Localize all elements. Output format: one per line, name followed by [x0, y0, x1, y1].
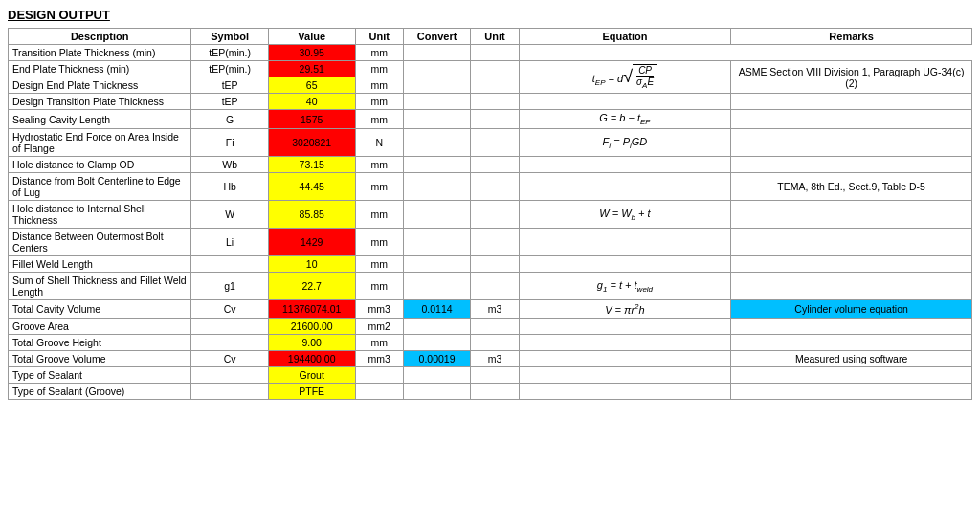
cell-unit2: m3: [471, 300, 519, 319]
cell-description: Groove Area: [9, 318, 191, 334]
cell-unit1: mm: [355, 94, 403, 110]
cell-value: 65: [268, 77, 355, 94]
cell-convert: [403, 366, 470, 383]
cell-unit2: [471, 129, 519, 157]
cell-equation: [519, 229, 731, 256]
cell-equation: [519, 173, 731, 201]
cell-unit1: mm: [355, 334, 403, 350]
header-symbol: Symbol: [191, 29, 269, 45]
cell-convert: [403, 256, 470, 273]
cell-symbol: Wb: [191, 157, 269, 173]
cell-unit1: N: [355, 129, 403, 157]
cell-equation: [519, 256, 731, 273]
cell-symbol: Fi: [191, 129, 269, 157]
cell-symbol: [191, 318, 269, 334]
cell-value: 194400.00: [268, 350, 355, 366]
cell-unit1: mm: [355, 77, 403, 94]
cell-remarks: Measured using software: [731, 350, 972, 366]
cell-description: Distance from Bolt Centerline to Edge of…: [9, 173, 191, 201]
cell-unit1: mm: [355, 173, 403, 201]
cell-symbol: Cv: [191, 300, 269, 319]
cell-unit2: [471, 201, 519, 229]
cell-remarks: [731, 94, 972, 110]
cell-convert: [403, 94, 470, 110]
header-convert: Convert: [403, 29, 470, 45]
cell-description: Hole distance to Internal Shell Thicknes…: [9, 201, 191, 229]
cell-symbol: G: [191, 110, 269, 129]
cell-value: 11376074.01: [268, 300, 355, 319]
cell-unit1: mm: [355, 201, 403, 229]
cell-value: 22.7: [268, 273, 355, 300]
cell-symbol: W: [191, 201, 269, 229]
cell-unit2: [471, 157, 519, 173]
cell-unit2: [471, 77, 519, 94]
cell-symbol: g1: [191, 273, 269, 300]
cell-remarks: [731, 273, 972, 300]
cell-equation: [519, 94, 731, 110]
cell-description: Fillet Weld Length: [9, 256, 191, 273]
cell-remarks: [731, 366, 972, 383]
cell-equation: [519, 334, 731, 350]
cell-value: 40: [268, 94, 355, 110]
cell-value: 1429: [268, 229, 355, 256]
cell-equation: V = πr2h: [519, 300, 731, 319]
cell-remarks: [731, 229, 972, 256]
cell-convert: [403, 229, 470, 256]
cell-remarks: Cylinder volume equation: [731, 300, 972, 319]
header-unit1: Unit: [355, 29, 403, 45]
cell-symbol: Li: [191, 229, 269, 256]
cell-unit2: [471, 366, 519, 383]
cell-value: 9.00: [268, 334, 355, 350]
cell-convert: [403, 201, 470, 229]
cell-symbol: Hb: [191, 173, 269, 201]
cell-remarks: [731, 110, 972, 129]
cell-unit2: [471, 229, 519, 256]
design-output-table: Description Symbol Value Unit Convert Un…: [8, 28, 972, 400]
cell-description: Hole distance to Clamp OD: [9, 157, 191, 173]
page-title: DESIGN OUTPUT: [8, 8, 972, 22]
cell-value: 30.95: [268, 45, 355, 61]
cell-unit1: mm: [355, 61, 403, 77]
cell-convert: [403, 110, 470, 129]
cell-equation: g1 = t + tweld: [519, 273, 731, 300]
cell-unit2: [471, 256, 519, 273]
cell-description: Sum of Shell Thickness and Fillet Weld L…: [9, 273, 191, 300]
cell-remarks: ASME Section VIII Division 1, Paragraph …: [731, 61, 972, 94]
cell-symbol: tEP: [191, 94, 269, 110]
cell-description: Distance Between Outermost Bolt Centers: [9, 229, 191, 256]
cell-unit2: [471, 61, 519, 77]
cell-unit1: mm3: [355, 350, 403, 366]
cell-equation: W = Wb + t: [519, 201, 731, 229]
cell-description: Sealing Cavity Length: [9, 110, 191, 129]
cell-description: Total Groove Height: [9, 334, 191, 350]
cell-convert: [403, 129, 470, 157]
cell-description: Design End Plate Thickness: [9, 77, 191, 94]
cell-remarks: [731, 129, 972, 157]
cell-convert: [403, 318, 470, 334]
cell-unit1: mm: [355, 229, 403, 256]
cell-unit1: [355, 366, 403, 383]
cell-remarks: [731, 318, 972, 334]
cell-symbol: tEP(min.): [191, 45, 269, 61]
cell-unit1: mm: [355, 110, 403, 129]
cell-description: Hydrostatic End Force on Area Inside of …: [9, 129, 191, 157]
cell-convert: [403, 173, 470, 201]
header-remarks: Remarks: [731, 29, 972, 45]
header-description: Description: [9, 29, 191, 45]
cell-convert: [403, 273, 470, 300]
cell-equation: [519, 366, 731, 383]
cell-value: 29.51: [268, 61, 355, 77]
cell-unit1: mm: [355, 273, 403, 300]
cell-unit2: [471, 173, 519, 201]
cell-unit1: mm: [355, 157, 403, 173]
cell-remarks: [731, 157, 972, 173]
cell-equation: [519, 383, 731, 399]
cell-remarks: [731, 383, 972, 399]
cell-unit2: [471, 273, 519, 300]
cell-description: Type of Sealant (Groove): [9, 383, 191, 399]
cell-convert: [403, 157, 470, 173]
cell-remarks: [731, 201, 972, 229]
cell-symbol: tEP: [191, 77, 269, 94]
cell-unit2: m3: [471, 350, 519, 366]
cell-value: 21600.00: [268, 318, 355, 334]
